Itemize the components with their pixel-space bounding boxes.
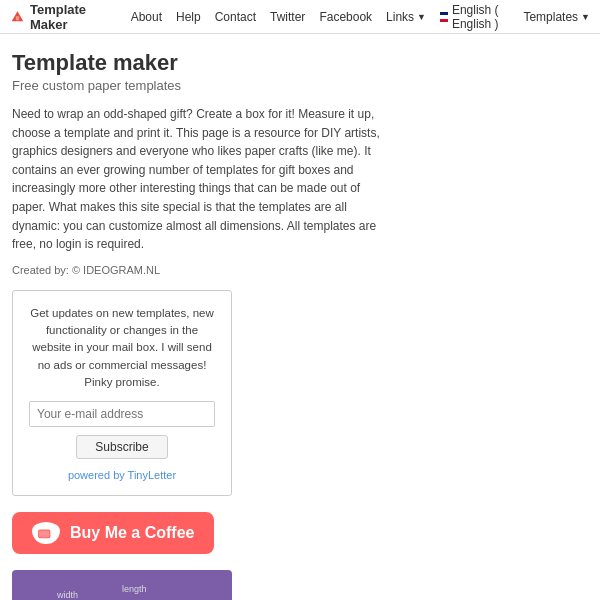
main-content: Template maker Free custom paper templat… bbox=[0, 34, 600, 600]
nav-about[interactable]: About bbox=[131, 10, 162, 24]
newsletter-box: Get updates on new templates, new functi… bbox=[12, 290, 232, 496]
logo-text: Template Maker bbox=[30, 2, 111, 32]
nav-contact[interactable]: Contact bbox=[215, 10, 256, 24]
svg-rect-1 bbox=[16, 16, 19, 20]
coffee-cup-icon bbox=[32, 522, 60, 544]
email-input[interactable] bbox=[29, 401, 215, 427]
bmc-label: Buy Me a Coffee bbox=[70, 524, 194, 542]
language-label: English ( English ) bbox=[452, 3, 500, 31]
nav-links: About Help Contact Twitter Facebook Link… bbox=[131, 3, 590, 31]
powered-by: powered by TinyLetter bbox=[29, 469, 215, 481]
nav-twitter[interactable]: Twitter bbox=[270, 10, 305, 24]
logo-icon bbox=[10, 8, 25, 26]
page-subtitle: Free custom paper templates bbox=[12, 78, 588, 93]
svg-rect-3 bbox=[39, 530, 50, 537]
tinyletter-link[interactable]: powered by TinyLetter bbox=[68, 469, 176, 481]
newsletter-text: Get updates on new templates, new functi… bbox=[29, 305, 215, 391]
box-svg bbox=[22, 590, 222, 600]
nav-help[interactable]: Help bbox=[176, 10, 201, 24]
subscribe-button[interactable]: Subscribe bbox=[76, 435, 167, 459]
page-title: Template maker bbox=[12, 50, 588, 76]
navbar: Template Maker About Help Contact Twitte… bbox=[0, 0, 600, 34]
logo-area[interactable]: Template Maker bbox=[10, 2, 111, 32]
template-preview: width length height bbox=[12, 570, 232, 600]
templates-label: Templates bbox=[523, 10, 578, 24]
language-selector[interactable]: English ( English ) bbox=[440, 3, 499, 31]
links-chevron-icon: ▼ bbox=[417, 12, 426, 22]
buy-me-coffee-button[interactable]: Buy Me a Coffee bbox=[12, 512, 214, 554]
flag-icon bbox=[440, 12, 448, 22]
templates-dropdown[interactable]: Templates ▼ bbox=[523, 10, 590, 24]
coffee-svg bbox=[37, 526, 55, 540]
subscribe-row: Subscribe bbox=[29, 435, 215, 459]
page-description: Need to wrap an odd-shaped gift? Create … bbox=[12, 105, 392, 254]
templates-chevron-icon: ▼ bbox=[581, 12, 590, 22]
nav-facebook[interactable]: Facebook bbox=[319, 10, 372, 24]
created-by: Created by: © IDEOGRAM.NL bbox=[12, 264, 588, 276]
nav-links-dropdown[interactable]: Links ▼ bbox=[386, 10, 426, 24]
